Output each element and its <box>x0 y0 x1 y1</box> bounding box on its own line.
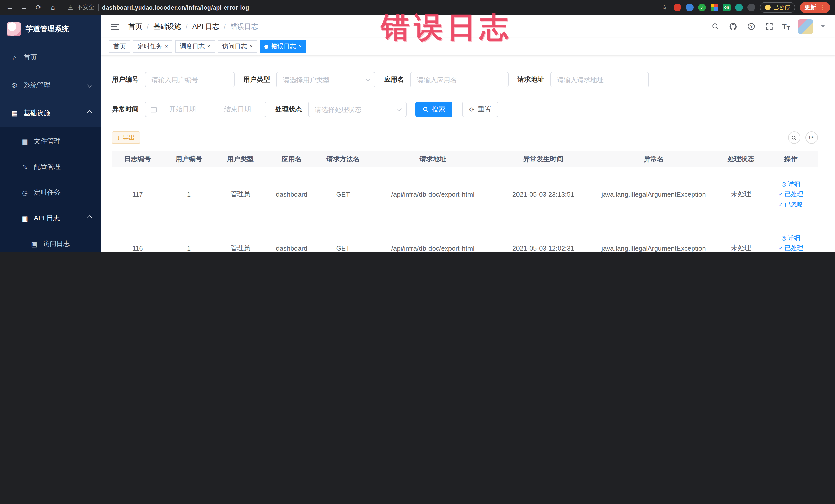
tab-schedule-log[interactable]: 调度日志 × <box>175 40 215 53</box>
kebab-menu-icon[interactable]: ⋮ <box>819 4 825 11</box>
log-icon: ▣ <box>21 215 29 222</box>
close-icon[interactable]: × <box>299 44 302 49</box>
back-icon[interactable]: ← <box>5 4 14 11</box>
sidebar-item-infrastructure[interactable]: ▦ 基础设施 <box>0 99 101 127</box>
cell-method: GET <box>317 221 369 252</box>
update-button[interactable]: 更新 ⋮ <box>800 2 830 13</box>
app-name-input[interactable] <box>410 72 509 87</box>
sidebar-item-file-management[interactable]: ▤ 文件管理 <box>0 128 101 154</box>
cell-exception-time: 2021-05-03 12:02:31 <box>497 221 589 252</box>
cell-request-url: /api/infra/db-doc/export-html <box>369 221 497 252</box>
extension-leaf-icon[interactable] <box>735 4 743 11</box>
sidebar-item-api-logs[interactable]: ▣ API 日志 <box>0 205 101 231</box>
sidebar-item-scheduled-tasks[interactable]: ◷ 定时任务 <box>0 180 101 205</box>
date-range-picker[interactable]: 开始日期 - 结束日期 <box>145 102 266 117</box>
user-type-select[interactable] <box>276 72 375 87</box>
github-icon[interactable] <box>728 21 738 32</box>
logo-image <box>7 22 21 37</box>
detail-link[interactable]: ◎详细 <box>767 179 814 189</box>
cell-app-name: dashboard <box>266 221 317 252</box>
tab-scheduled-tasks[interactable]: 定时任务 × <box>133 40 173 53</box>
forward-icon[interactable]: → <box>20 4 29 11</box>
breadcrumb-item[interactable]: 首页 <box>128 22 142 31</box>
table-toolbar: ↓ 导出 ⟳ <box>112 132 817 144</box>
tab-label: 访问日志 <box>222 42 247 51</box>
user-id-input[interactable] <box>145 72 235 87</box>
cell-status: 未处理 <box>718 221 764 252</box>
table-row: 116 1 管理员 dashboard GET /api/infra/db-do… <box>112 221 817 252</box>
tab-error-log[interactable]: 错误日志 × <box>260 40 306 53</box>
processed-link[interactable]: ✓已处理 <box>767 189 814 199</box>
help-icon[interactable]: ? <box>746 21 756 32</box>
breadcrumb-item-current: 错误日志 <box>230 22 258 31</box>
extension-icon[interactable]: ✓ <box>698 4 706 11</box>
extension-icon[interactable] <box>686 4 694 11</box>
fullscreen-icon[interactable] <box>764 21 774 32</box>
date-end-placeholder[interactable]: 结束日期 <box>214 105 261 114</box>
close-icon[interactable]: × <box>165 44 168 49</box>
paused-badge[interactable]: 已暂停 <box>760 2 795 13</box>
address-bar[interactable]: ⚠ 不安全 dashboard.yudao.iocoder.cn/infra/l… <box>68 4 249 11</box>
smiley-icon <box>765 5 771 10</box>
avatar-dropdown-caret-icon[interactable] <box>821 25 825 28</box>
reload-icon[interactable]: ⟳ <box>34 4 43 11</box>
font-size-icon[interactable]: TT <box>782 22 790 31</box>
chevron-down-icon <box>87 82 92 87</box>
extension-grid-icon[interactable] <box>711 4 718 11</box>
breadcrumb-item[interactable]: 基础设施 <box>154 22 181 31</box>
filter-user-type: 用户类型 <box>243 72 375 87</box>
bookmark-star-icon[interactable]: ☆ <box>660 4 669 11</box>
chevron-up-icon <box>87 110 92 115</box>
process-status-label: 处理状态 <box>275 105 302 114</box>
filter-exception-time: 异常时间 开始日期 - 结束日期 <box>112 102 266 117</box>
tab-access-log[interactable]: 访问日志 × <box>218 40 258 53</box>
extension-puzzle-icon[interactable] <box>748 4 755 11</box>
cell-user-type: 管理员 <box>215 221 266 252</box>
chevron-up-icon <box>87 216 92 221</box>
app-name-label: 应用名 <box>384 75 404 84</box>
eye-icon: ◎ <box>781 235 786 241</box>
process-status-select-input[interactable] <box>308 102 407 117</box>
user-id-label: 用户编号 <box>112 75 139 84</box>
request-url-input[interactable] <box>550 72 649 87</box>
sidebar-item-label: 定时任务 <box>34 188 61 197</box>
home-icon[interactable]: ⌂ <box>48 4 58 11</box>
sidebar-item-system-management[interactable]: ⚙ 系统管理 <box>0 72 101 99</box>
svg-text:?: ? <box>750 24 753 29</box>
export-button[interactable]: ↓ 导出 <box>112 132 140 144</box>
process-status-select[interactable] <box>308 102 407 117</box>
search-button[interactable]: 搜索 <box>415 102 452 117</box>
close-icon[interactable]: × <box>249 44 253 49</box>
date-start-placeholder[interactable]: 开始日期 <box>159 105 206 114</box>
processed-link[interactable]: ✓已处理 <box>767 243 814 252</box>
sidebar-item-home[interactable]: ⌂ 首页 <box>0 44 101 72</box>
refresh-icon: ⟳ <box>469 105 475 113</box>
detail-link[interactable]: ◎详细 <box>767 233 814 243</box>
breadcrumb-item[interactable]: API 日志 <box>192 22 219 31</box>
search-button-label: 搜索 <box>432 105 445 114</box>
eye-icon: ◎ <box>781 181 786 187</box>
page-content: 用户编号 用户类型 应用名 请求 <box>101 56 835 252</box>
calendar-icon <box>150 106 157 113</box>
top-navbar: 首页 / 基础设施 / API 日志 / 错误日志 ? <box>101 15 835 38</box>
app-logo[interactable]: 芋道管理系统 <box>0 15 101 44</box>
hamburger-icon[interactable] <box>109 21 121 32</box>
user-type-select-input[interactable] <box>276 72 375 87</box>
reset-button[interactable]: ⟳ 重置 <box>462 102 498 117</box>
extension-icon[interactable] <box>674 4 681 11</box>
search-icon[interactable] <box>710 21 720 32</box>
tab-home[interactable]: 首页 <box>109 40 130 53</box>
app-title: 芋道管理系统 <box>26 25 69 34</box>
sidebar-submenu-infrastructure: ▤ 文件管理 ✎ 配置管理 ◷ 定时任务 ▣ API 日志 ▣ <box>0 127 101 252</box>
column-header: 用户类型 <box>215 151 266 167</box>
paused-label: 已暂停 <box>773 4 790 11</box>
close-icon[interactable]: × <box>207 44 210 49</box>
avatar[interactable] <box>797 19 813 34</box>
sidebar-item-access-log[interactable]: ▣ 访问日志 <box>0 231 101 252</box>
sidebar-item-config-management[interactable]: ✎ 配置管理 <box>0 154 101 180</box>
refresh-button[interactable]: ⟳ <box>805 132 817 144</box>
ignored-link[interactable]: ✓已忽略 <box>767 199 814 209</box>
breadcrumb-separator: / <box>147 23 149 30</box>
extension-on-icon[interactable]: on <box>723 4 731 11</box>
search-toggle-button[interactable] <box>788 132 800 144</box>
